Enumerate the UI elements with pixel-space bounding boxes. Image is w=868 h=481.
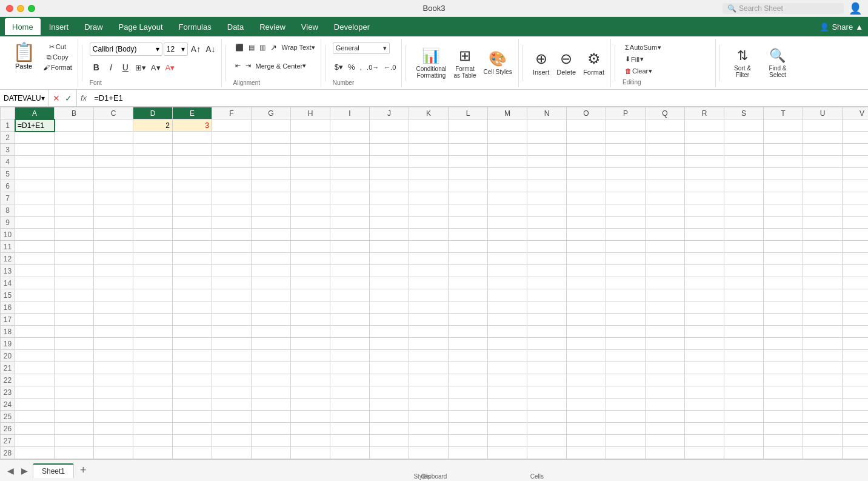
cell-R17[interactable] [685, 314, 724, 326]
cell-T28[interactable] [764, 447, 803, 459]
col-header-H[interactable]: H [291, 107, 330, 119]
col-header-J[interactable]: J [370, 107, 409, 119]
row-header-26[interactable]: 26 [1, 423, 15, 435]
cell-L18[interactable] [449, 326, 488, 338]
cell-O21[interactable] [567, 362, 606, 374]
cell-T2[interactable] [764, 132, 803, 144]
cell-V27[interactable] [843, 435, 869, 447]
cell-J5[interactable] [370, 168, 409, 180]
cell-A20[interactable] [15, 350, 55, 362]
cell-R5[interactable] [685, 168, 724, 180]
cell-G20[interactable] [252, 350, 291, 362]
cell-T20[interactable] [764, 350, 803, 362]
cell-O8[interactable] [567, 204, 606, 217]
cell-H18[interactable] [291, 326, 330, 338]
cell-H22[interactable] [291, 374, 330, 386]
cell-I28[interactable] [330, 447, 370, 459]
fill-button[interactable]: ⬇ Fill ▾ [623, 54, 646, 64]
cell-M28[interactable] [488, 447, 527, 459]
cell-C25[interactable] [94, 411, 133, 423]
format-button[interactable]: ⚙ Format [581, 49, 607, 77]
row-header-4[interactable]: 4 [1, 156, 15, 168]
cell-G7[interactable] [252, 192, 291, 204]
cell-R8[interactable] [685, 204, 724, 217]
cell-D7[interactable] [133, 192, 173, 204]
col-header-F[interactable]: F [212, 107, 252, 119]
cell-H20[interactable] [291, 350, 330, 362]
cell-F9[interactable] [212, 217, 252, 229]
cell-Q24[interactable] [646, 399, 685, 411]
cell-L2[interactable] [449, 132, 488, 144]
cell-A16[interactable] [15, 301, 55, 314]
cell-J21[interactable] [370, 362, 409, 374]
cell-U16[interactable] [803, 301, 843, 314]
cell-Q9[interactable] [646, 217, 685, 229]
cell-S28[interactable] [724, 447, 764, 459]
tab-page-layout[interactable]: Page Layout [112, 18, 170, 35]
cell-Q12[interactable] [646, 253, 685, 265]
cell-M19[interactable] [488, 338, 527, 350]
cell-J28[interactable] [370, 447, 409, 459]
cell-L24[interactable] [449, 399, 488, 411]
cell-T8[interactable] [764, 204, 803, 217]
cell-S15[interactable] [724, 289, 764, 301]
cell-S5[interactable] [724, 168, 764, 180]
col-header-S[interactable]: S [724, 107, 764, 119]
tab-developer[interactable]: Developer [327, 18, 377, 35]
cell-N15[interactable] [527, 289, 567, 301]
row-header-7[interactable]: 7 [1, 192, 15, 204]
cell-P6[interactable] [606, 180, 646, 192]
cell-L19[interactable] [449, 338, 488, 350]
cell-F15[interactable] [212, 289, 252, 301]
cell-N20[interactable] [527, 350, 567, 362]
cell-T9[interactable] [764, 217, 803, 229]
cell-S11[interactable] [724, 241, 764, 253]
cell-D29[interactable] [133, 459, 173, 460]
cell-P20[interactable] [606, 350, 646, 362]
row-header-3[interactable]: 3 [1, 144, 15, 156]
cell-K20[interactable] [409, 350, 449, 362]
cell-V6[interactable] [843, 180, 869, 192]
cell-U29[interactable] [803, 459, 843, 460]
cell-U24[interactable] [803, 399, 843, 411]
cell-L6[interactable] [449, 180, 488, 192]
cell-C19[interactable] [94, 338, 133, 350]
cell-H25[interactable] [291, 411, 330, 423]
cell-D13[interactable] [133, 265, 173, 277]
cell-O16[interactable] [567, 301, 606, 314]
cell-O9[interactable] [567, 217, 606, 229]
cell-O14[interactable] [567, 277, 606, 289]
cell-O20[interactable] [567, 350, 606, 362]
cell-R26[interactable] [685, 423, 724, 435]
cell-T17[interactable] [764, 314, 803, 326]
cell-Q11[interactable] [646, 241, 685, 253]
cell-A19[interactable] [15, 338, 55, 350]
cell-P14[interactable] [606, 277, 646, 289]
cell-N21[interactable] [527, 362, 567, 374]
cell-R25[interactable] [685, 411, 724, 423]
cell-O13[interactable] [567, 265, 606, 277]
cell-K26[interactable] [409, 423, 449, 435]
cell-A11[interactable] [15, 241, 55, 253]
cell-G25[interactable] [252, 411, 291, 423]
cell-P13[interactable] [606, 265, 646, 277]
cell-S4[interactable] [724, 156, 764, 168]
cell-I7[interactable] [330, 192, 370, 204]
cell-J9[interactable] [370, 217, 409, 229]
cell-H8[interactable] [291, 204, 330, 217]
cell-H13[interactable] [291, 265, 330, 277]
cell-E10[interactable] [173, 229, 212, 241]
cell-G12[interactable] [252, 253, 291, 265]
cell-U1[interactable] [803, 119, 843, 132]
cell-F11[interactable] [212, 241, 252, 253]
cell-ref-box[interactable]: DATEVALU ▾ [0, 90, 48, 106]
bold-button[interactable]: B [90, 62, 103, 73]
cell-F1[interactable] [212, 119, 252, 132]
cell-U8[interactable] [803, 204, 843, 217]
cell-R27[interactable] [685, 435, 724, 447]
cell-G5[interactable] [252, 168, 291, 180]
cell-H24[interactable] [291, 399, 330, 411]
row-header-6[interactable]: 6 [1, 180, 15, 192]
cell-K9[interactable] [409, 217, 449, 229]
cell-O6[interactable] [567, 180, 606, 192]
